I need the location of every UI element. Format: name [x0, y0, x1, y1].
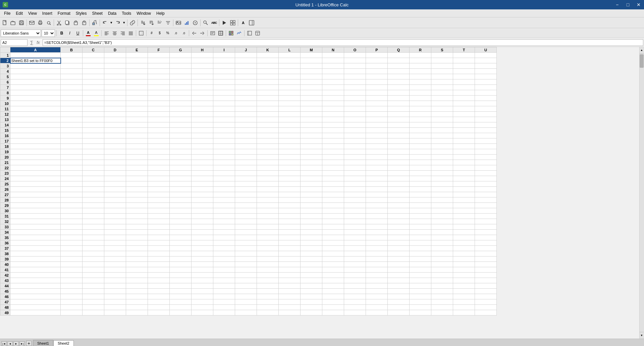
cell-L26[interactable] — [279, 187, 301, 192]
cell-B9[interactable] — [61, 96, 83, 101]
cell-Q11[interactable] — [388, 106, 410, 112]
cell-B26[interactable] — [61, 187, 83, 192]
cell-C32[interactable] — [83, 219, 104, 224]
cell-S13[interactable] — [431, 117, 453, 122]
cell-M14[interactable] — [301, 122, 322, 128]
cell-A38[interactable] — [10, 251, 61, 256]
cell-D4[interactable] — [104, 69, 126, 74]
cell-N11[interactable] — [322, 106, 344, 112]
cell-B3[interactable] — [61, 63, 83, 69]
menu-window[interactable]: Window — [134, 10, 154, 17]
redo-dropdown[interactable]: ▾ — [122, 19, 126, 27]
sort-button[interactable] — [156, 19, 164, 27]
cell-P41[interactable] — [366, 267, 388, 273]
cell-J41[interactable] — [235, 267, 257, 273]
cell-M16[interactable] — [301, 133, 322, 138]
cell-D24[interactable] — [104, 176, 126, 181]
email-button[interactable] — [28, 19, 36, 27]
cell-O22[interactable] — [344, 165, 366, 171]
cell-M33[interactable] — [301, 224, 322, 230]
cell-U21[interactable] — [475, 160, 497, 165]
cell-M10[interactable] — [301, 101, 322, 106]
cell-N37[interactable] — [322, 246, 344, 251]
cell-O29[interactable] — [344, 203, 366, 208]
cell-B15[interactable] — [61, 128, 83, 133]
cell-J33[interactable] — [235, 224, 257, 230]
cell-H24[interactable] — [192, 176, 213, 181]
cell-A44[interactable] — [10, 283, 61, 289]
cell-O9[interactable] — [344, 96, 366, 101]
cell-K5[interactable] — [257, 74, 279, 79]
cell-E41[interactable] — [126, 267, 148, 273]
macros-button[interactable] — [220, 19, 228, 27]
cell-L45[interactable] — [279, 289, 301, 294]
col-header-H[interactable]: H — [192, 47, 213, 53]
cell-F22[interactable] — [148, 165, 170, 171]
cell-U49[interactable] — [475, 310, 497, 315]
cell-Q14[interactable] — [388, 122, 410, 128]
cell-I27[interactable] — [213, 192, 235, 197]
cell-R13[interactable] — [410, 117, 431, 122]
cell-A13[interactable] — [10, 117, 61, 122]
cell-Q17[interactable] — [388, 138, 410, 144]
cell-S44[interactable] — [431, 283, 453, 289]
cell-D38[interactable] — [104, 251, 126, 256]
cell-H39[interactable] — [192, 256, 213, 262]
cell-Q40[interactable] — [388, 262, 410, 267]
cell-D3[interactable] — [104, 63, 126, 69]
cell-J47[interactable] — [235, 299, 257, 305]
cell-F36[interactable] — [148, 240, 170, 246]
cell-J11[interactable] — [235, 106, 257, 112]
cell-T42[interactable] — [453, 273, 475, 278]
cell-C47[interactable] — [83, 299, 104, 305]
cell-K41[interactable] — [257, 267, 279, 273]
cell-P8[interactable] — [366, 90, 388, 96]
cell-D29[interactable] — [104, 203, 126, 208]
cell-F37[interactable] — [148, 246, 170, 251]
cell-A48[interactable] — [10, 305, 61, 310]
cell-A20[interactable] — [10, 155, 61, 160]
cell-U5[interactable] — [475, 74, 497, 79]
cell-A42[interactable] — [10, 273, 61, 278]
cell-C18[interactable] — [83, 144, 104, 149]
cell-J1[interactable] — [235, 53, 257, 58]
cell-M39[interactable] — [301, 256, 322, 262]
cell-G48[interactable] — [170, 305, 192, 310]
cell-N48[interactable] — [322, 305, 344, 310]
cell-T43[interactable] — [453, 278, 475, 283]
cell-U32[interactable] — [475, 219, 497, 224]
cell-C16[interactable] — [83, 133, 104, 138]
cell-G42[interactable] — [170, 273, 192, 278]
cell-P38[interactable] — [366, 251, 388, 256]
cell-J14[interactable] — [235, 122, 257, 128]
cell-H13[interactable] — [192, 117, 213, 122]
highlight-color-button[interactable]: A — [93, 30, 100, 37]
cell-A49[interactable] — [10, 310, 61, 315]
cell-K2[interactable] — [257, 58, 279, 63]
cell-O5[interactable] — [344, 74, 366, 79]
cell-R27[interactable] — [410, 192, 431, 197]
cell-N45[interactable] — [322, 289, 344, 294]
cell-A3[interactable] — [10, 63, 61, 69]
cell-I4[interactable] — [213, 69, 235, 74]
cell-Q13[interactable] — [388, 117, 410, 122]
cell-R47[interactable] — [410, 299, 431, 305]
cell-I39[interactable] — [213, 256, 235, 262]
cell-C17[interactable] — [83, 138, 104, 144]
cell-R8[interactable] — [410, 90, 431, 96]
cell-S40[interactable] — [431, 262, 453, 267]
cell-K46[interactable] — [257, 294, 279, 299]
cell-Q30[interactable] — [388, 208, 410, 214]
row-header-24[interactable]: 24 — [0, 176, 10, 181]
cell-R37[interactable] — [410, 246, 431, 251]
cell-H16[interactable] — [192, 133, 213, 138]
cell-P1[interactable] — [366, 53, 388, 58]
cell-S21[interactable] — [431, 160, 453, 165]
cell-Q6[interactable] — [388, 79, 410, 85]
cell-S38[interactable] — [431, 251, 453, 256]
new-button[interactable] — [1, 19, 9, 27]
row-header-32[interactable]: 32 — [0, 219, 10, 224]
cell-S33[interactable] — [431, 224, 453, 230]
cell-E21[interactable] — [126, 160, 148, 165]
cell-B22[interactable] — [61, 165, 83, 171]
